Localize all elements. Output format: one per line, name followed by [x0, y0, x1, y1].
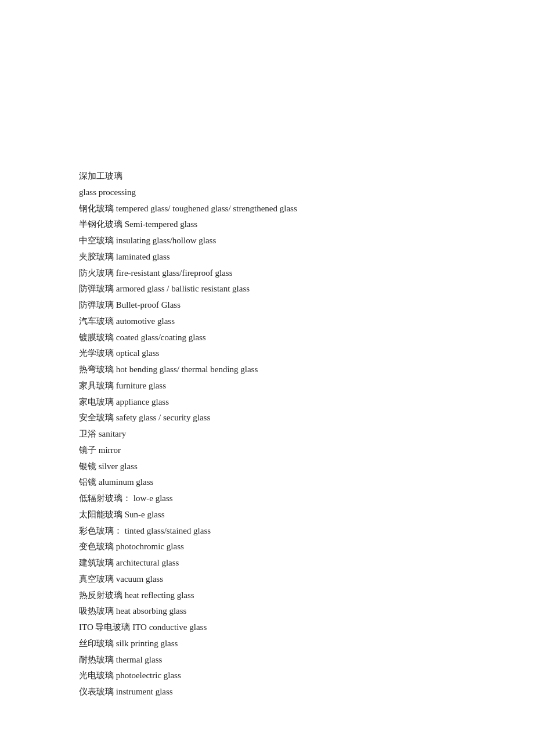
list-item: 深加工玻璃 — [79, 168, 534, 185]
list-item: 卫浴 sanitary — [79, 426, 534, 442]
list-item: 热反射玻璃 heat reflecting glass — [79, 588, 534, 604]
list-item: 热弯玻璃 hot bending glass/ thermal bending … — [79, 362, 534, 378]
list-item: 吸热玻璃 heat absorbing glass — [79, 603, 534, 620]
list-item: 防弹玻璃 armored glass / ballistic resistant… — [79, 281, 534, 297]
list-item: 仪表玻璃 instrument glass — [79, 684, 534, 700]
list-item: 彩色玻璃： tinted glass/stained glass — [79, 523, 534, 539]
list-item: 光学玻璃 optical glass — [79, 345, 534, 362]
list-item: 镀膜玻璃 coated glass/coating glass — [79, 330, 534, 346]
list-item: 中空玻璃 insulating glass/hollow glass — [79, 233, 534, 249]
list-item: glass processing — [79, 185, 534, 201]
list-item: 光电玻璃 photoelectric glass — [79, 668, 534, 684]
list-item: 低辐射玻璃： low-e glass — [79, 491, 534, 507]
list-item: ITO 导电玻璃 ITO conductive glass — [79, 620, 534, 636]
list-item: 安全玻璃 safety glass / security glass — [79, 410, 534, 426]
list-item: 防弹玻璃 Bullet-proof Glass — [79, 297, 534, 314]
list-item: 汽车玻璃 automotive glass — [79, 314, 534, 330]
list-item: 耐热玻璃 thermal glass — [79, 652, 534, 668]
list-item: 太阳能玻璃 Sun-e glass — [79, 507, 534, 523]
list-item: 建筑玻璃 architectural glass — [79, 555, 534, 571]
list-item: 真空玻璃 vacuum glass — [79, 571, 534, 588]
list-item: 丝印玻璃 silk printing glass — [79, 636, 534, 652]
list-item: 变色玻璃 photochromic glass — [79, 539, 534, 555]
list-item: 钢化玻璃 tempered glass/ toughened glass/ st… — [79, 201, 534, 217]
glass-terms-list: 深加工玻璃glass processing钢化玻璃 tempered glass… — [79, 168, 534, 700]
list-item: 半钢化玻璃 Semi-tempered glass — [79, 217, 534, 233]
list-item: 家电玻璃 appliance glass — [79, 394, 534, 411]
list-item: 防火玻璃 fire-resistant glass/fireproof glas… — [79, 265, 534, 282]
list-item: 镜子 mirror — [79, 442, 534, 459]
list-item: 铝镜 aluminum glass — [79, 474, 534, 491]
list-item: 夹胶玻璃 laminated glass — [79, 249, 534, 265]
list-item: 银镜 silver glass — [79, 459, 534, 475]
list-item: 家具玻璃 furniture glass — [79, 378, 534, 394]
